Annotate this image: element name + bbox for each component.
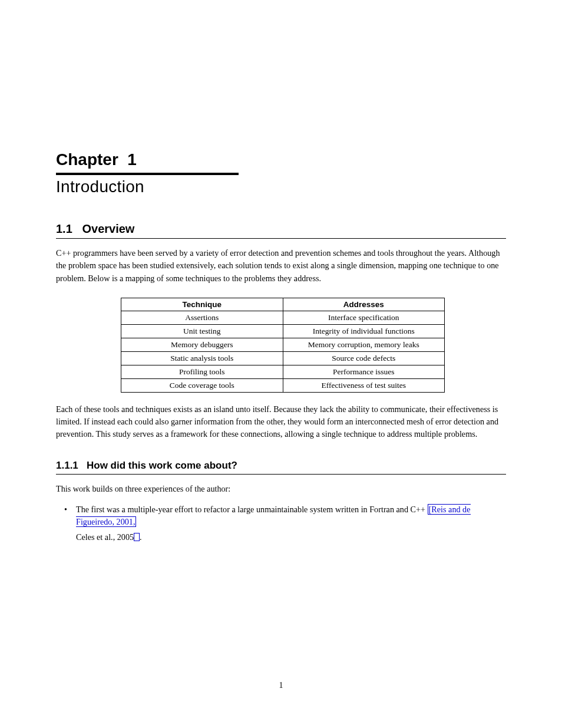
- subsection-intro: This work builds on three experiences of…: [56, 483, 506, 495]
- table-cell: Static analysis tools: [121, 351, 283, 365]
- table-cell: Unit testing: [121, 324, 283, 338]
- table-cell: Effectiveness of test suites: [283, 378, 445, 392]
- bullet-text: The first was a multiple-year effort to …: [76, 503, 506, 529]
- section-rule: [56, 238, 506, 239]
- table-row: Code coverage tools Effectiveness of tes…: [121, 378, 445, 392]
- technique-table: Technique Addresses Assertions Interface…: [121, 298, 445, 393]
- table-row: Profiling tools Performance issues: [121, 365, 445, 378]
- subsection-rule: [56, 474, 506, 475]
- table-cell: Integrity of individual functions: [283, 324, 445, 338]
- table-cell: Performance issues: [283, 365, 445, 378]
- section-heading-overview: 1.1 Overview: [56, 222, 506, 236]
- table-cell: Memory corruption, memory leaks: [283, 338, 445, 351]
- table-header-technique: Technique: [121, 298, 283, 311]
- chapter-title: Introduction: [56, 177, 506, 196]
- table-cell: Assertions: [121, 311, 283, 324]
- subsection-heading: 1.1.1 How did this work come about?: [56, 460, 506, 472]
- table-cell: Profiling tools: [121, 365, 283, 378]
- table-cell: Memory debuggers: [121, 338, 283, 351]
- overview-para-2: Each of these tools and techniques exist…: [56, 403, 506, 441]
- table-row: Unit testing Integrity of individual fun…: [121, 324, 445, 338]
- overview-para-1: C++ programmers have been served by a va…: [56, 247, 506, 285]
- table-header-addresses: Addresses: [283, 298, 445, 311]
- table-header-row: Technique Addresses: [121, 298, 445, 311]
- table-row: Memory debuggers Memory corruption, memo…: [121, 338, 445, 351]
- table-cell: Interface specification: [283, 311, 445, 324]
- table-row: Static analysis tools Source code defect…: [121, 351, 445, 365]
- table-cell: Source code defects: [283, 351, 445, 365]
- chapter-label: Chapter 1: [56, 150, 506, 169]
- chapter-rule: [56, 173, 239, 175]
- table-row: Assertions Interface specification: [121, 311, 445, 324]
- citation-link-2[interactable]: [134, 533, 140, 541]
- bullet-text-cont: Celes et al., 2005.: [76, 531, 506, 543]
- page-number: 1: [0, 681, 562, 690]
- table-cell: Code coverage tools: [121, 378, 283, 392]
- bullet-item-1-cont: Celes et al., 2005.: [56, 531, 506, 543]
- bullet-marker: •: [56, 503, 76, 529]
- bullet-item-1: • The first was a multiple-year effort t…: [56, 503, 506, 529]
